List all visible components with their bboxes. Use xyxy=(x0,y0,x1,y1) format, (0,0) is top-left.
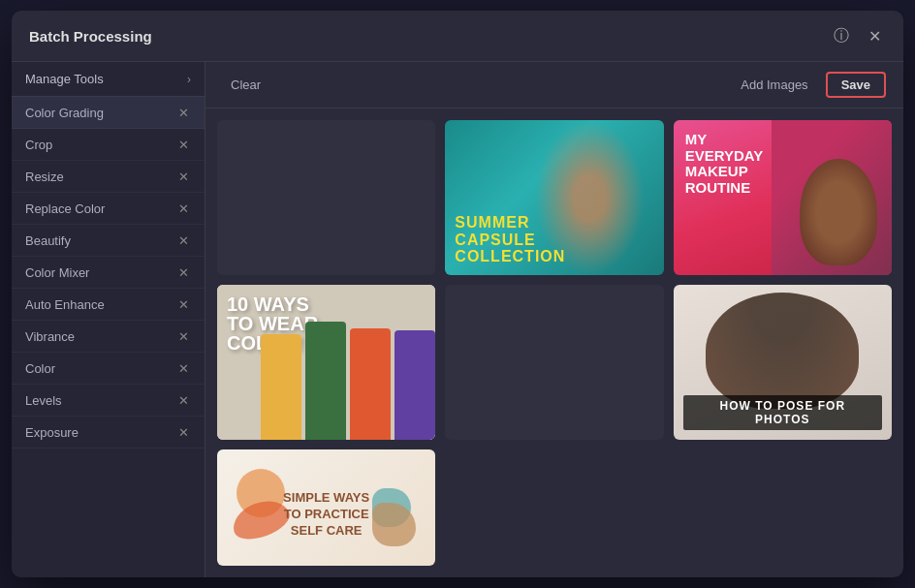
person-4 xyxy=(394,330,435,440)
sidebar-item-label: Beautify xyxy=(25,233,71,248)
sidebar-item-label: Crop xyxy=(25,138,52,152)
sidebar-item-label: Resize xyxy=(25,170,64,184)
toolbar-right: Add Images Save xyxy=(733,72,886,98)
manage-tools-item[interactable]: Manage Tools › xyxy=(12,62,205,97)
header-icons: ⓘ ✕ xyxy=(830,24,886,47)
sidebar-item-levels[interactable]: Levels ✕ xyxy=(12,385,205,417)
image-cell-placeholder-1[interactable] xyxy=(217,120,435,275)
sidebar-item-color[interactable]: Color ✕ xyxy=(12,353,205,385)
remove-beautify-icon[interactable]: ✕ xyxy=(175,232,191,248)
sidebar-item-label: Vibrance xyxy=(25,329,75,344)
pose-photos-text: HOW TO POSE FOR PHOTOS xyxy=(683,395,882,430)
toolbar: Clear Add Images Save xyxy=(205,62,903,108)
toolbar-left: Clear xyxy=(223,74,268,96)
person-3 xyxy=(350,328,391,440)
remove-color-grading-icon[interactable]: ✕ xyxy=(175,105,191,120)
sidebar-item-label: Color xyxy=(25,361,55,376)
makeup-routine-text: MY EVERYDAY MAKEUP ROUTINE xyxy=(685,132,773,196)
sidebar-item-label: Exposure xyxy=(25,425,79,440)
close-icon[interactable]: ✕ xyxy=(863,24,886,47)
dialog-title: Batch Processing xyxy=(29,28,152,45)
person-1 xyxy=(261,334,301,440)
remove-exposure-icon[interactable]: ✕ xyxy=(175,424,191,440)
sidebar-item-label: Replace Color xyxy=(25,201,105,216)
sidebar-item-auto-enhance[interactable]: Auto Enhance ✕ xyxy=(12,289,205,321)
batch-processing-dialog: Batch Processing ⓘ ✕ Manage Tools › Colo… xyxy=(12,11,903,577)
help-icon[interactable]: ⓘ xyxy=(830,24,853,47)
remove-resize-icon[interactable]: ✕ xyxy=(175,169,191,184)
sidebar-item-crop[interactable]: Crop ✕ xyxy=(12,129,205,161)
remove-color-mixer-icon[interactable]: ✕ xyxy=(175,264,191,280)
sidebar-item-label: Color Grading xyxy=(25,106,104,120)
sidebar-item-resize[interactable]: Resize ✕ xyxy=(12,161,205,193)
sidebar-item-beautify[interactable]: Beautify ✕ xyxy=(12,225,205,257)
sidebar-item-label: Auto Enhance xyxy=(25,297,105,312)
image-cell-summer-capsule[interactable]: SUMMERCAPSULECOLLECTION xyxy=(445,120,663,275)
remove-replace-color-icon[interactable]: ✕ xyxy=(175,201,191,216)
color-ways-people xyxy=(261,316,435,440)
image-cell-self-care[interactable]: SIMPLE WAYSTO PRACTICESELF CARE xyxy=(217,449,435,566)
sidebar-item-label: Color Mixer xyxy=(25,265,89,280)
main-content: Clear Add Images Save SUMMERCAPSULECOLLE… xyxy=(205,62,903,577)
clear-button[interactable]: Clear xyxy=(223,74,268,96)
remove-levels-icon[interactable]: ✕ xyxy=(175,392,191,408)
manage-tools-label: Manage Tools xyxy=(25,72,104,86)
sidebar-item-vibrance[interactable]: Vibrance ✕ xyxy=(12,321,205,353)
image-cell-pose-photos[interactable]: HOW TO POSE FOR PHOTOS xyxy=(674,285,892,440)
chevron-right-icon: › xyxy=(187,73,191,86)
selfcare-text: SIMPLE WAYSTO PRACTICESELF CARE xyxy=(283,490,369,540)
sidebar-item-color-mixer[interactable]: Color Mixer ✕ xyxy=(12,257,205,289)
sidebar-item-color-grading[interactable]: Color Grading ✕ xyxy=(12,97,205,129)
remove-crop-icon[interactable]: ✕ xyxy=(175,137,191,152)
remove-color-icon[interactable]: ✕ xyxy=(175,360,191,376)
sidebar-item-exposure[interactable]: Exposure ✕ xyxy=(12,417,205,449)
add-images-button[interactable]: Add Images xyxy=(733,74,815,96)
image-cell-placeholder-2[interactable] xyxy=(445,285,663,440)
save-button[interactable]: Save xyxy=(826,72,886,98)
sidebar-item-label: Levels xyxy=(25,393,62,408)
sidebar-item-replace-color[interactable]: Replace Color ✕ xyxy=(12,193,205,225)
summer-capsule-text: SUMMERCAPSULECOLLECTION xyxy=(455,214,565,265)
remove-auto-enhance-icon[interactable]: ✕ xyxy=(175,296,191,312)
dialog-header: Batch Processing ⓘ ✕ xyxy=(12,11,903,62)
image-cell-makeup-routine[interactable]: MY EVERYDAY MAKEUP ROUTINE xyxy=(674,120,892,275)
sidebar: Manage Tools › Color Grading ✕ Crop ✕ Re… xyxy=(12,62,205,577)
image-cell-color-ways[interactable]: 10 WAYSTO WEARCOLOR! xyxy=(217,285,435,440)
image-grid: SUMMERCAPSULECOLLECTION MY EVERYDAY MAKE… xyxy=(205,108,903,577)
dialog-body: Manage Tools › Color Grading ✕ Crop ✕ Re… xyxy=(12,62,903,577)
person-2 xyxy=(305,322,346,440)
remove-vibrance-icon[interactable]: ✕ xyxy=(175,328,191,344)
